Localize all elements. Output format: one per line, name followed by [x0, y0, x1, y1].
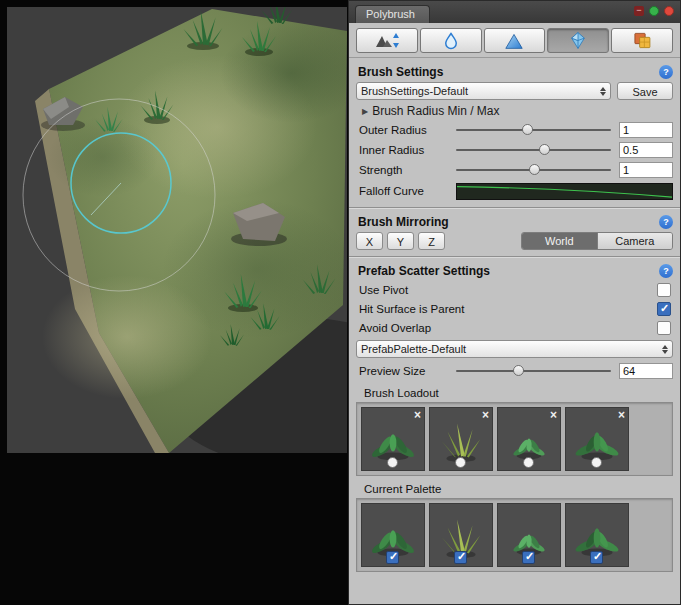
use-pivot-checkbox[interactable] [657, 283, 671, 297]
mirror-y-button[interactable]: Y [387, 232, 414, 250]
preview-size-label: Preview Size [356, 365, 456, 377]
foldout-arrow-icon: ▶ [362, 107, 368, 116]
palette-include-checkbox[interactable] [386, 551, 399, 564]
mirror-x-button[interactable]: X [356, 232, 383, 250]
inner-radius-slider[interactable] [456, 143, 611, 157]
tool-smooth-button[interactable] [420, 28, 482, 53]
mode-toolbar [349, 23, 680, 58]
mirror-space-segmented: World Camera [521, 232, 673, 250]
slider-thumb[interactable] [513, 365, 524, 376]
remove-icon[interactable]: × [482, 408, 489, 422]
tool-scatter-button[interactable] [547, 28, 609, 53]
brush-settings-preset-dropdown[interactable]: BrushSettings-Default [356, 82, 611, 100]
paint-triangle-icon [504, 32, 524, 50]
hit-surface-parent-label: Hit Surface is Parent [356, 303, 657, 315]
scene-view[interactable] [7, 7, 347, 453]
strength-slider[interactable] [456, 163, 611, 177]
help-icon[interactable]: ? [659, 264, 673, 278]
loadout-weight-knob[interactable] [455, 457, 466, 468]
loadout-weight-knob[interactable] [523, 457, 534, 468]
outer-radius-label: Outer Radius [356, 124, 456, 136]
save-button[interactable]: Save [617, 82, 673, 100]
slider-thumb[interactable] [539, 144, 550, 155]
outer-radius-field[interactable]: 1 [619, 122, 673, 138]
hit-surface-parent-checkbox[interactable] [657, 302, 671, 316]
mirror-z-button[interactable]: Z [418, 232, 445, 250]
palette-include-checkbox[interactable] [522, 551, 535, 564]
space-world-button[interactable]: World [522, 233, 597, 249]
dropdown-arrows-icon [600, 87, 606, 96]
loadout-prefab-thumbnail[interactable]: × [565, 407, 629, 471]
minimize-icon[interactable]: − [634, 6, 644, 16]
polybrush-panel: Polybrush − [348, 0, 681, 605]
current-palette-label: Current Palette [364, 483, 673, 495]
falloff-curve-graph [457, 184, 672, 199]
texture-blend-icon [632, 31, 652, 50]
loadout-prefab-thumbnail[interactable]: × [429, 407, 493, 471]
prefab-scatter-icon [568, 31, 588, 50]
slider-thumb[interactable] [522, 124, 533, 135]
remove-icon[interactable]: × [414, 408, 421, 422]
brush-loadout-label: Brush Loadout [364, 387, 673, 399]
palette-prefab-thumbnail[interactable] [497, 503, 561, 567]
loadout-weight-knob[interactable] [591, 457, 602, 468]
panel-content: Brush Settings ? BrushSettings-Default S… [349, 58, 680, 604]
palette-include-checkbox[interactable] [454, 551, 467, 564]
brush-radius-foldout[interactable]: ▶ Brush Radius Min / Max [362, 104, 673, 118]
tab-polybrush[interactable]: Polybrush [355, 5, 430, 23]
strength-label: Strength [356, 164, 456, 176]
tool-sculpt-button[interactable] [356, 28, 418, 53]
window-titlebar[interactable]: Polybrush − [349, 1, 680, 23]
space-camera-button[interactable]: Camera [597, 233, 673, 249]
falloff-curve-field[interactable] [456, 183, 673, 200]
maximize-icon[interactable] [649, 6, 659, 16]
prefab-scatter-title: Prefab Scatter Settings [358, 264, 659, 278]
preview-size-field[interactable]: 64 [619, 363, 673, 379]
mountain-sculpt-icon [374, 32, 400, 50]
dropdown-arrows-icon [662, 345, 668, 354]
tool-paint-button[interactable] [484, 28, 546, 53]
inner-radius-label: Inner Radius [356, 144, 456, 156]
remove-icon[interactable]: × [618, 408, 625, 422]
window-controls: − [634, 6, 674, 16]
prefab-palette-dropdown[interactable]: PrefabPalette-Default [356, 340, 673, 358]
palette-prefab-thumbnail[interactable] [361, 503, 425, 567]
falloff-curve-label: Falloff Curve [356, 185, 456, 197]
current-palette-box [356, 498, 673, 572]
avoid-overlap-checkbox[interactable] [657, 321, 671, 335]
outer-radius-slider[interactable] [456, 123, 611, 137]
brush-loadout-box: × × × × [356, 402, 673, 476]
strength-field[interactable]: 1 [619, 162, 673, 178]
remove-icon[interactable]: × [550, 408, 557, 422]
brush-settings-title: Brush Settings [358, 65, 659, 79]
avoid-overlap-label: Avoid Overlap [356, 322, 657, 334]
terrain-render [7, 7, 347, 453]
palette-prefab-thumbnail[interactable] [429, 503, 493, 567]
loadout-weight-knob[interactable] [387, 457, 398, 468]
palette-prefab-thumbnail[interactable] [565, 503, 629, 567]
slider-thumb[interactable] [529, 164, 540, 175]
help-icon[interactable]: ? [659, 215, 673, 229]
close-icon[interactable] [664, 6, 674, 16]
tool-texture-button[interactable] [611, 28, 673, 53]
preview-size-slider[interactable] [456, 364, 611, 378]
loadout-prefab-thumbnail[interactable]: × [361, 407, 425, 471]
inner-radius-field[interactable]: 0.5 [619, 142, 673, 158]
application-window: Polybrush − [0, 0, 681, 605]
loadout-prefab-thumbnail[interactable]: × [497, 407, 561, 471]
help-icon[interactable]: ? [659, 65, 673, 79]
water-drop-icon [442, 32, 460, 50]
palette-include-checkbox[interactable] [590, 551, 603, 564]
brush-mirroring-title: Brush Mirroring [358, 215, 659, 229]
use-pivot-label: Use Pivot [356, 284, 657, 296]
